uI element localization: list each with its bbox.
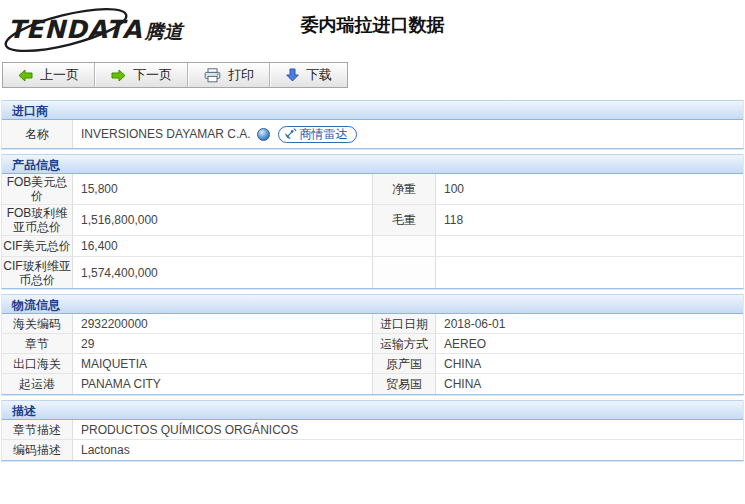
prev-page-button[interactable]: 上一页 [3, 63, 95, 87]
table-row: 编码描述 Lactonas [2, 440, 743, 460]
table-row: 起运港 PANAMA CITY 贸易国 CHINA [2, 374, 743, 394]
export-customs-value: MAIQUETIA [73, 354, 372, 373]
cif-usd-value: 16,400 [73, 236, 372, 256]
gross-weight-value: 118 [436, 205, 743, 235]
section-description: 描述 章节描述 PRODUCTOS QUÍMICOS ORGÁNICOS 编码描… [1, 400, 744, 461]
cif-usd-label: CIF美元总价 [2, 236, 73, 256]
transport-mode-label: 运输方式 [372, 334, 436, 353]
printer-icon [204, 68, 221, 83]
chapter-description-value: PRODUCTOS QUÍMICOS ORGÁNICOS [73, 420, 743, 439]
section-logistics-title: 物流信息 [2, 294, 743, 314]
table-row: FOB玻利维亚币总价 1,516,800,000 毛重 118 [2, 205, 743, 236]
table-row: 章节描述 PRODUCTOS QUÍMICOS ORGÁNICOS [2, 420, 743, 440]
table-row: FOB美元总价 15,800 净重 100 [2, 174, 743, 205]
section-logistics: 物流信息 海关编码 2932200000 进口日期 2018-06-01 章节 … [1, 294, 744, 395]
radar-dish-icon [284, 128, 297, 140]
fob-usd-value: 15,800 [73, 174, 372, 204]
hs-code-value: 2932200000 [73, 314, 372, 333]
next-page-button[interactable]: 下一页 [95, 63, 188, 87]
blue-down-arrow-icon [286, 68, 299, 82]
trade-country-value: CHINA [436, 374, 743, 394]
prev-page-label: 上一页 [40, 66, 79, 84]
fob-bolivar-value: 1,516,800,000 [73, 205, 372, 235]
chapter-value: 29 [73, 334, 372, 353]
fob-usd-label: FOB美元总价 [2, 174, 73, 204]
table-row: 出口海关 MAIQUETIA 原产国 CHINA [2, 354, 743, 374]
green-right-arrow-icon [111, 69, 126, 82]
origin-country-value: CHINA [436, 354, 743, 373]
section-product: 产品信息 FOB美元总价 15,800 净重 100 FOB玻利维亚币总价 1,… [1, 154, 744, 289]
empty-label-cell [372, 236, 436, 256]
importer-name-value-cell: INVERSIONES DAYAMAR C.A. 商情雷达 [73, 120, 743, 148]
section-importer: 进口商 名称 INVERSIONES DAYAMAR C.A. 商情雷达 [1, 100, 744, 149]
code-description-label: 编码描述 [2, 440, 73, 460]
import-date-value: 2018-06-01 [436, 314, 743, 333]
empty-label-cell [372, 257, 436, 288]
departure-port-value: PANAMA CITY [73, 374, 372, 394]
empty-value-cell [436, 257, 743, 288]
download-label: 下载 [306, 66, 332, 84]
importer-name-value: INVERSIONES DAYAMAR C.A. [81, 127, 251, 141]
departure-port-label: 起运港 [2, 374, 73, 394]
business-radar-label: 商情雷达 [300, 127, 348, 142]
origin-country-label: 原产国 [372, 354, 436, 373]
print-button[interactable]: 打印 [188, 63, 270, 87]
table-row: 海关编码 2932200000 进口日期 2018-06-01 [2, 314, 743, 334]
cif-bolivar-label: CIF玻利维亚币总价 [2, 257, 73, 288]
section-importer-title: 进口商 [2, 100, 743, 120]
globe-icon[interactable] [257, 128, 270, 141]
next-page-label: 下一页 [133, 66, 172, 84]
section-description-title: 描述 [2, 400, 743, 420]
trade-country-label: 贸易国 [372, 374, 436, 394]
export-customs-label: 出口海关 [2, 354, 73, 373]
importer-name-label: 名称 [2, 120, 73, 148]
business-radar-button[interactable]: 商情雷达 [278, 126, 357, 143]
net-weight-label: 净重 [372, 174, 436, 204]
code-description-value: Lactonas [73, 440, 743, 460]
green-left-arrow-icon [18, 69, 33, 82]
print-label: 打印 [228, 66, 254, 84]
net-weight-value: 100 [436, 174, 743, 204]
cif-bolivar-value: 1,574,400,000 [73, 257, 372, 288]
toolbar: 上一页 下一页 打印 下载 [2, 62, 348, 88]
fob-bolivar-label: FOB玻利维亚币总价 [2, 205, 73, 235]
page-title: 委内瑞拉进口数据 [0, 13, 745, 37]
import-date-label: 进口日期 [372, 314, 436, 333]
chapter-description-label: 章节描述 [2, 420, 73, 439]
table-row: CIF玻利维亚币总价 1,574,400,000 [2, 257, 743, 288]
download-button[interactable]: 下载 [270, 63, 347, 87]
table-row: 章节 29 运输方式 AEREO [2, 334, 743, 354]
page-header: TENDATA腾道 委内瑞拉进口数据 [0, 0, 745, 60]
empty-value-cell [436, 236, 743, 256]
chapter-label: 章节 [2, 334, 73, 353]
importer-name-row: 名称 INVERSIONES DAYAMAR C.A. 商情雷达 [2, 120, 743, 148]
section-product-title: 产品信息 [2, 154, 743, 174]
gross-weight-label: 毛重 [372, 205, 436, 235]
hs-code-label: 海关编码 [2, 314, 73, 333]
transport-mode-value: AEREO [436, 334, 743, 353]
table-row: CIF美元总价 16,400 [2, 236, 743, 257]
